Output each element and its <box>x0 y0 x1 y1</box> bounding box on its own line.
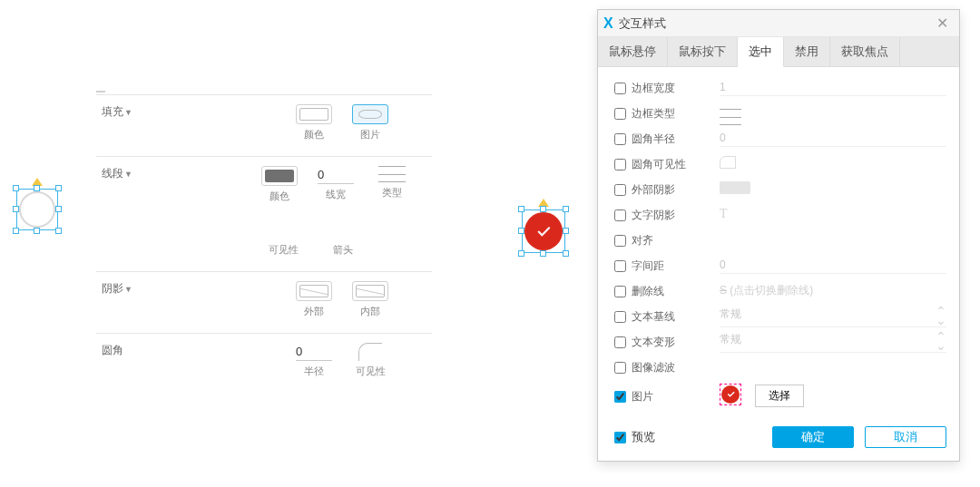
opt-image-value: 选择 <box>720 384 946 410</box>
resize-handle[interactable] <box>13 228 19 234</box>
opt-letter-spacing-checkbox[interactable] <box>614 260 626 272</box>
resize-handle[interactable] <box>540 250 546 257</box>
opt-outer-shadow-value[interactable] <box>720 181 946 199</box>
opt-letter-spacing[interactable]: 字间距 <box>611 258 720 275</box>
fill-color-swatch[interactable]: 颜色 <box>296 104 332 141</box>
opt-image[interactable]: 图片 <box>611 388 720 405</box>
resize-handle[interactable] <box>34 185 40 191</box>
stroke-width-input[interactable]: 线宽 <box>318 166 354 203</box>
resize-handle[interactable] <box>563 228 569 234</box>
opt-align-checkbox[interactable] <box>614 235 626 247</box>
image-thumbnail[interactable] <box>720 384 741 405</box>
resize-handle[interactable] <box>563 206 569 212</box>
opt-image-filter[interactable]: 图像滤波 <box>611 359 720 376</box>
opt-text-shadow[interactable]: 文字阴影 <box>611 207 720 224</box>
tab-mouseover[interactable]: 鼠标悬停 <box>598 37 668 66</box>
dialog-footer: 预览 确定 取消 <box>598 417 959 461</box>
opt-strikethrough-checkbox[interactable] <box>614 286 626 297</box>
opt-corner-radius-checkbox[interactable] <box>614 133 626 145</box>
opt-text-shadow-value[interactable]: T <box>720 207 946 223</box>
tab-mousedown[interactable]: 鼠标按下 <box>668 37 738 66</box>
dialog-titlebar[interactable]: X 交互样式 ✕ <box>598 10 959 37</box>
close-button[interactable]: ✕ <box>933 15 952 32</box>
resize-handle[interactable] <box>55 206 62 212</box>
stroke-width-field[interactable] <box>318 166 354 184</box>
cancel-button[interactable]: 取消 <box>865 426 946 448</box>
opt-corner-radius-value[interactable]: 0 <box>720 131 946 147</box>
opt-corner-radius[interactable]: 圆角半径 <box>611 131 720 148</box>
resize-handle[interactable] <box>13 185 19 191</box>
selection-box <box>16 189 58 230</box>
stroke-visibility[interactable]: 可见性 <box>261 219 305 257</box>
opt-align[interactable]: 对齐 <box>611 232 720 249</box>
tab-focus[interactable]: 获取焦点 <box>830 37 900 66</box>
resize-handle[interactable] <box>540 206 546 212</box>
section-fill: 填充▼ 颜色 图片 <box>96 94 432 156</box>
fill-image-swatch[interactable]: 图片 <box>352 104 388 141</box>
resize-handle[interactable] <box>518 228 524 234</box>
tab-disabled[interactable]: 禁用 <box>784 37 830 66</box>
rounded-corner-icon <box>358 343 382 361</box>
opt-border-type-checkbox[interactable] <box>614 108 626 120</box>
fill-color-caption: 颜色 <box>304 128 324 141</box>
opt-corner-visibility-value[interactable] <box>720 156 946 173</box>
opt-image-filter-value[interactable] <box>720 366 946 368</box>
stroke-arrow-caption: 箭头 <box>333 243 353 257</box>
section-label[interactable]: 圆角 <box>96 343 196 378</box>
opt-corner-visibility-checkbox[interactable] <box>614 159 626 170</box>
resize-handle[interactable] <box>34 228 40 234</box>
shadow-outer[interactable]: 外部 <box>296 281 332 318</box>
opt-border-width[interactable]: 边框宽度 <box>611 80 720 97</box>
resize-handle[interactable] <box>518 250 524 257</box>
selection-box <box>522 209 565 253</box>
canvas-shape-red-check[interactable] <box>522 209 565 253</box>
interaction-styles-dialog: X 交互样式 ✕ 鼠标悬停 鼠标按下 选中 禁用 获取焦点 边框宽度1 边框类型… <box>597 9 960 462</box>
opt-strikethrough[interactable]: 删除线 <box>611 283 720 300</box>
opt-strikethrough-value[interactable]: S (点击切换删除线) <box>720 283 946 300</box>
preview-checkbox[interactable] <box>614 432 626 443</box>
select-image-button[interactable]: 选择 <box>755 385 804 407</box>
opt-outer-shadow-checkbox[interactable] <box>614 184 626 196</box>
ok-button[interactable]: 确定 <box>772 426 854 448</box>
corner-visibility[interactable]: 可见性 <box>352 343 388 378</box>
opt-transform-checkbox[interactable] <box>614 336 626 348</box>
opt-border-width-value[interactable]: 1 <box>720 81 946 96</box>
opt-baseline-value[interactable]: 常规⌃⌄ <box>720 307 946 327</box>
dialog-body: 边框宽度1 边框类型 圆角半径0 圆角可见性 外部阴影 文字阴影T 对齐 字间距… <box>598 67 959 417</box>
style-inspector: 填充▼ 颜色 图片 线段▼ 颜色 线宽 类型 <box>96 91 432 393</box>
corner-radius-field[interactable] <box>296 343 332 361</box>
opt-transform-value[interactable]: 常规⌃⌄ <box>720 332 946 353</box>
opt-outer-shadow[interactable]: 外部阴影 <box>611 181 720 199</box>
resize-handle[interactable] <box>13 206 19 212</box>
corner-radius-input[interactable]: 半径 <box>296 343 332 378</box>
opt-letter-spacing-value[interactable]: 0 <box>720 258 946 274</box>
section-corner: 圆角 半径 可见性 <box>96 333 432 393</box>
stroke-type[interactable]: 类型 <box>374 166 410 203</box>
opt-image-filter-checkbox[interactable] <box>614 362 626 374</box>
canvas-shape-circle[interactable] <box>16 189 58 230</box>
opt-baseline-checkbox[interactable] <box>614 311 626 323</box>
opt-align-value[interactable] <box>720 233 946 248</box>
resize-handle[interactable] <box>563 250 569 257</box>
tab-selected[interactable]: 选中 <box>738 37 784 67</box>
section-label[interactable]: 阴影▼ <box>96 281 196 318</box>
shadow-inner[interactable]: 内部 <box>352 281 388 318</box>
preview-toggle[interactable]: 预览 <box>611 429 761 446</box>
section-label[interactable]: 填充▼ <box>96 104 196 141</box>
axure-logo-icon: X <box>603 15 613 32</box>
opt-transform[interactable]: 文本变形 <box>611 334 720 351</box>
shadow-inner-caption: 内部 <box>360 305 380 318</box>
opt-image-checkbox[interactable] <box>614 391 626 403</box>
opt-text-shadow-checkbox[interactable] <box>614 209 626 221</box>
opt-baseline[interactable]: 文本基线 <box>611 308 720 326</box>
resize-handle[interactable] <box>518 206 524 212</box>
resize-handle[interactable] <box>55 185 62 191</box>
stroke-color-swatch[interactable]: 颜色 <box>261 166 298 203</box>
opt-border-type-value[interactable] <box>720 100 946 127</box>
opt-border-type[interactable]: 边框类型 <box>611 105 720 122</box>
stroke-arrow[interactable]: 箭头 <box>325 219 361 257</box>
opt-corner-visibility[interactable]: 圆角可见性 <box>611 156 720 173</box>
resize-handle[interactable] <box>55 228 62 234</box>
section-label[interactable]: 线段▼ <box>96 166 162 257</box>
opt-border-width-checkbox[interactable] <box>614 83 626 94</box>
